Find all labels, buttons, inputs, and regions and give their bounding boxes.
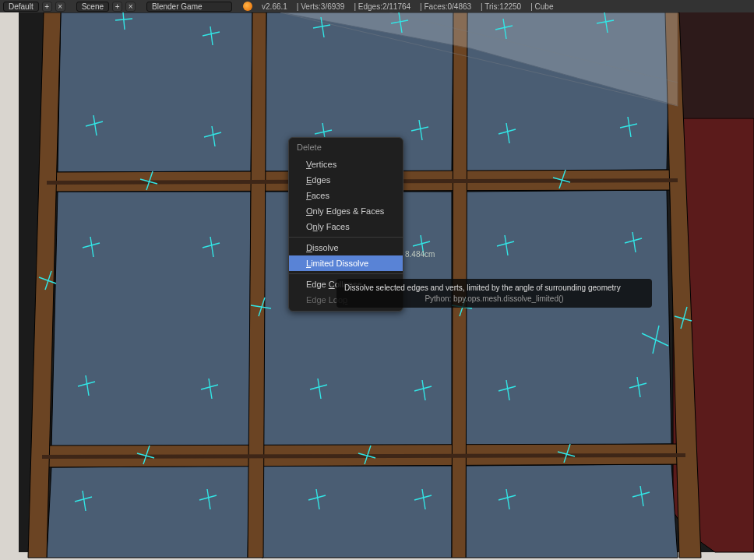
menu-separator-2 [289,273,403,274]
3d-viewport[interactable]: 8.484cm Delete Vertices Edges Faces Only… [0,12,754,560]
top-header: Default + × Scene + × Blender Game v2.66… [0,0,754,12]
layout-close-button[interactable]: × [55,2,65,12]
menu-item-edges[interactable]: Edges [289,172,403,188]
menu-separator [289,237,403,238]
scene-add-button[interactable]: + [112,2,122,12]
menu-item-dissolve[interactable]: Dissolve [289,240,403,255]
svg-marker-13 [466,464,678,558]
stats-version: v2.66.1 [262,2,287,11]
scene-dropdown[interactable]: Scene [76,2,109,12]
scene-close-button[interactable]: × [125,2,136,12]
svg-marker-5 [58,12,252,172]
svg-marker-10 [466,190,671,446]
menu-item-limited-dissolve[interactable]: Limited Dissolve [289,255,403,271]
stats-object: | Cube [530,2,553,11]
stats-edges: | Edges:2/11764 [354,2,410,11]
menu-title: Delete [289,138,403,157]
tooltip-description: Dissolve selected edges and verts, limit… [344,284,644,292]
layout-dropdown[interactable]: Default [3,2,39,12]
engine-dropdown[interactable]: Blender Game [146,2,232,12]
stats-faces: | Faces:0/4863 [420,2,471,11]
stats-verts: | Verts:3/6939 [297,2,345,11]
tooltip-python: Python: bpy.ops.mesh.dissolve_limited() [344,294,644,303]
menu-item-only-faces[interactable]: Only Faces [289,219,403,234]
menu-item-faces[interactable]: Faces [289,188,403,203]
svg-marker-1 [0,12,19,560]
menu-item-only-edges-faces[interactable]: Only Edges & Faces [289,203,403,219]
layout-add-button[interactable]: + [42,2,52,12]
svg-marker-11 [47,466,249,558]
svg-marker-8 [51,192,251,449]
tooltip: Dissolve selected edges and verts, limit… [336,279,652,308]
stats-tris: | Tris:12250 [481,2,521,11]
svg-marker-12 [262,466,452,558]
blender-icon [243,2,252,11]
menu-item-vertices[interactable]: Vertices [289,157,403,172]
